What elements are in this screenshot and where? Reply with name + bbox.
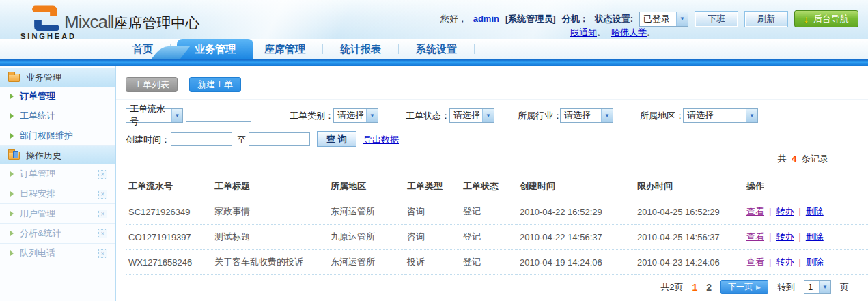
greeting-text: 您好，	[440, 13, 467, 25]
col-header-deadline: 限办时间	[634, 171, 744, 199]
sidebar-group-title: 操作历史	[26, 149, 61, 162]
action-separator: |	[798, 257, 800, 267]
col-header-title: 工单标题	[212, 171, 328, 199]
chevron-down-icon[interactable]: ▼	[601, 109, 613, 122]
col-header-type: 工单类型	[404, 171, 460, 199]
transfer-link[interactable]: 转办	[776, 231, 794, 242]
transfer-link[interactable]: 转办	[776, 257, 794, 267]
sidebar-group-title: 业务管理	[26, 72, 61, 84]
agent-status-select[interactable]: 已登录 ▼	[639, 12, 688, 27]
arrow-bullet-icon	[10, 171, 14, 177]
close-icon[interactable]: ×	[98, 210, 107, 218]
sidebar-item-label: 工单统计	[20, 110, 55, 122]
extension-label: 分机：	[562, 13, 589, 25]
sidebar-item-label: 队列电话	[20, 247, 55, 259]
created-to-input[interactable]	[249, 132, 310, 146]
off-duty-button[interactable]: 下班	[695, 11, 738, 27]
record-count: 共 4 条记录	[116, 153, 868, 165]
action-separator: |	[769, 206, 771, 216]
cell-created: 2010-04-22 14:56:37	[517, 225, 634, 250]
sidebar-item-ticket-stats[interactable]: 工单统计	[0, 106, 115, 126]
cell-title: 测试标题	[212, 225, 328, 250]
chevron-down-icon[interactable]: ▼	[171, 109, 182, 122]
close-icon[interactable]: ×	[98, 170, 107, 179]
arrow-bullet-icon	[10, 94, 14, 99]
ticket-type-select[interactable]: 请选择 ▼	[333, 108, 378, 123]
transfer-link[interactable]: 转办	[776, 206, 794, 216]
chevron-down-icon[interactable]: ▼	[819, 281, 830, 293]
ticket-type-value: 请选择	[337, 109, 364, 121]
cell-deadline: 2010-04-23 14:24:06	[634, 250, 744, 275]
delete-link[interactable]: 删除	[806, 257, 824, 267]
notice-link-1[interactable]: 叚通知	[570, 27, 597, 38]
delete-link[interactable]: 删除	[806, 206, 824, 216]
sidebar-history-analysis[interactable]: 分析&统计 ×	[0, 224, 115, 244]
total-pages-label: 共2页	[660, 281, 683, 293]
sidebar: 业务管理 订单管理 工单统计 部门权限维护 操作历史 订单管理 × 日程安排 ×	[0, 66, 116, 301]
notice-link-2[interactable]: 哈佛大学	[611, 27, 647, 38]
chevron-down-icon[interactable]: ▼	[746, 109, 757, 122]
notice-links: 叚通知。 哈佛大学。	[570, 27, 656, 39]
chevron-down-icon[interactable]: ▼	[482, 109, 494, 122]
to-label: 至	[237, 134, 246, 146]
nav-tab-business[interactable]: 业务管理	[177, 39, 253, 59]
nav-tab-seat[interactable]: 座席管理	[253, 39, 316, 59]
sidebar-item-order-mgmt[interactable]: 订单管理	[0, 87, 115, 106]
table-row: CO1271919397 测试标题 九原运管所 咨询 登记 2010-04-22…	[126, 225, 868, 250]
singhead-logo-icon	[30, 5, 61, 32]
cell-status: 登记	[460, 250, 517, 275]
ticket-list-tab-button[interactable]: 工单列表	[126, 77, 178, 92]
export-data-link[interactable]: 导出数据	[363, 134, 399, 146]
industry-select[interactable]: 请选择 ▼	[560, 108, 613, 123]
status-set-label: 状态设置:	[595, 13, 633, 25]
close-icon[interactable]: ×	[98, 249, 107, 258]
nav-tab-settings[interactable]: 系统设置	[405, 39, 468, 59]
col-header-created: 创建时间	[517, 171, 634, 199]
cell-status: 登记	[460, 199, 517, 225]
view-link[interactable]: 查看	[746, 206, 764, 216]
nav-tab-report[interactable]: 统计报表	[329, 39, 392, 59]
cell-type: 投诉	[404, 250, 460, 275]
search-button[interactable]: 查 询	[317, 131, 356, 147]
ticket-status-value: 请选择	[453, 109, 480, 121]
backend-nav-button[interactable]: ↓ 后台导航	[794, 10, 858, 27]
view-link[interactable]: 查看	[746, 257, 764, 267]
nav-divider	[322, 44, 323, 54]
chevron-down-icon[interactable]: ▼	[676, 12, 688, 26]
action-separator: |	[769, 231, 771, 242]
nav-divider	[398, 44, 399, 54]
ticket-status-label: 工单状态：	[406, 110, 450, 122]
folder-icon	[8, 74, 20, 82]
close-icon[interactable]: ×	[98, 229, 107, 238]
goto-label: 转到	[777, 281, 795, 293]
industry-value: 请选择	[564, 109, 591, 121]
search-field-select[interactable]: 工单流水号 ▼	[126, 108, 183, 123]
view-link[interactable]: 查看	[746, 231, 764, 242]
page-number-1[interactable]: 1	[692, 282, 697, 293]
app-window: SINGHEAD Mixcall座席管理中心 您好， admin [系统管理员]…	[0, 0, 868, 301]
sidebar-history-user-mgmt[interactable]: 用户管理 ×	[0, 204, 115, 224]
next-page-button[interactable]: 下一页 ▶	[720, 280, 768, 294]
sidebar-history-order-mgmt[interactable]: 订单管理 ×	[0, 164, 115, 184]
new-ticket-button[interactable]: 新建工单	[189, 77, 241, 92]
chevron-down-icon[interactable]: ▼	[366, 109, 378, 122]
sidebar-item-dept-perm[interactable]: 部门权限维护	[0, 126, 115, 146]
pagination-bar: 共2页 1 2 下一页 ▶ 转到 1 ▼ 页	[116, 280, 868, 294]
sidebar-history-schedule[interactable]: 日程安排 ×	[0, 184, 115, 204]
ticket-status-select[interactable]: 请选择 ▼	[449, 108, 494, 123]
delete-link[interactable]: 删除	[806, 231, 824, 242]
sidebar-item-label: 订单管理	[20, 90, 55, 102]
arrow-bullet-icon	[10, 133, 14, 139]
page-title: Mixcall座席管理中心	[64, 12, 199, 33]
region-select[interactable]: 请选择 ▼	[683, 108, 758, 123]
page-number-2[interactable]: 2	[706, 282, 712, 293]
created-from-input[interactable]	[171, 132, 232, 146]
region-value: 请选择	[687, 109, 714, 121]
goto-page-select[interactable]: 1 ▼	[804, 280, 831, 294]
agent-status-value: 已登录	[643, 13, 670, 25]
sidebar-history-queue-calls[interactable]: 队列电话 ×	[0, 244, 115, 263]
serial-number-input[interactable]	[186, 109, 251, 122]
sidebar-item-label: 订单管理	[20, 168, 55, 180]
refresh-button[interactable]: 刷新	[744, 11, 788, 27]
close-icon[interactable]: ×	[98, 190, 107, 199]
